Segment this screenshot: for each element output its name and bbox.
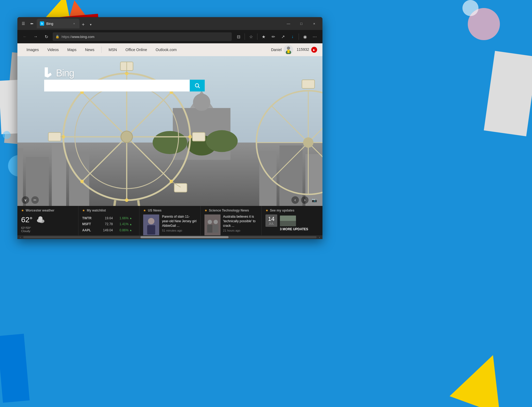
toolbar-separator-3 xyxy=(299,33,299,40)
close-btn[interactable]: × xyxy=(308,20,320,28)
hero-next-btn[interactable]: › xyxy=(301,196,309,204)
tab-dropdown-btn[interactable]: ▾ xyxy=(87,21,94,28)
minimize-btn[interactable]: — xyxy=(282,20,295,28)
stock-change-twtr: 1.66% ▲ xyxy=(119,216,135,220)
widget-weather-header: ★ Worcester weather xyxy=(21,209,74,212)
toolbar-separator-2 xyxy=(257,33,257,40)
svg-point-32 xyxy=(125,198,128,202)
scrollbar-thumb[interactable] xyxy=(140,236,229,238)
bing-points[interactable]: 115932 ▶ xyxy=(297,47,317,53)
maximize-btn[interactable]: □ xyxy=(295,20,307,28)
bg-shape-yellow-br xyxy=(450,346,518,407)
notes-btn[interactable]: ✏ xyxy=(269,32,278,41)
nav-separator xyxy=(101,47,102,53)
bg-circle-blue-small xyxy=(3,131,11,139)
back-btn-title[interactable]: ⬅ xyxy=(28,20,36,27)
weather-condition: Cloudy xyxy=(21,229,30,233)
tab-close-btn[interactable]: × xyxy=(72,21,76,26)
browser-tab[interactable]: b Bing × xyxy=(37,19,79,28)
widget-weather[interactable]: ★ Worcester weather 62° 63°/59° xyxy=(17,206,78,235)
bg-shape-white-right xyxy=(484,51,532,136)
widget-us-news[interactable]: ★ US News Paren xyxy=(139,206,200,235)
address-bar: ← → ↻ 🔒 https://www.bing.com ⊟ ☆ ★ ✏ ↗ ↓… xyxy=(17,30,322,43)
svg-rect-64 xyxy=(147,225,155,235)
sidebar-toggle-btn[interactable]: ☰ xyxy=(20,20,27,27)
svg-rect-8 xyxy=(193,94,210,111)
sci-content-row: Australia believes it is 'technically po… xyxy=(204,214,258,235)
stock-price-aapl: 149.04 xyxy=(100,228,113,232)
hero-edit-btn[interactable]: ✏ xyxy=(31,196,39,204)
scrollbar[interactable]: ‹ › xyxy=(17,235,322,239)
stock-arrow-msft: ▲ xyxy=(129,223,132,226)
url-text: https://www.bing.com xyxy=(62,35,94,39)
bing-search-btn[interactable] xyxy=(190,80,205,91)
nav-item-office[interactable]: Office Online xyxy=(122,43,151,56)
stock-change-aapl: 0.86% ▲ xyxy=(119,228,135,232)
stock-price-msft: 72.78 xyxy=(100,222,113,226)
download-btn[interactable]: ↓ xyxy=(288,32,297,41)
widget-sci-tech[interactable]: ★ Science Technology News xyxy=(201,206,262,235)
window-controls-right: — □ × xyxy=(282,20,320,28)
hero-prev-btn[interactable]: ‹ xyxy=(291,196,299,204)
widget-watchlist[interactable]: ★ My watchlist TWTR 19.64 1.66% ▲ MSFT 7… xyxy=(78,206,139,235)
share-btn[interactable]: ↗ xyxy=(278,32,287,41)
hero-camera-btn[interactable]: 📷 xyxy=(311,196,318,204)
tab-title: Bing xyxy=(46,22,53,26)
scrollbar-track[interactable] xyxy=(23,236,317,238)
cortana-btn[interactable]: ◉ xyxy=(301,32,310,41)
updates-month: JUL xyxy=(269,222,274,225)
refresh-btn[interactable]: ↻ xyxy=(42,32,51,41)
svg-point-61 xyxy=(39,219,44,223)
svg-rect-69 xyxy=(213,225,218,233)
nav-item-news[interactable]: News xyxy=(81,43,98,56)
hub-btn[interactable]: ★ xyxy=(259,32,268,41)
bing-search-container: Bing xyxy=(17,67,322,91)
stock-ticker-twtr: TWTR xyxy=(82,216,93,220)
svg-rect-68 xyxy=(207,225,212,233)
bing-search-input[interactable] xyxy=(44,80,190,91)
nav-item-images[interactable]: Images xyxy=(23,43,43,56)
scrollbar-left-arrow[interactable]: ‹ xyxy=(18,235,22,239)
news-text: Parents of slain 11-year-old New Jersey … xyxy=(162,214,196,235)
widget-updates-star: ★ xyxy=(265,209,268,212)
svg-rect-11 xyxy=(52,143,66,206)
title-bar: ☰ ⬅ b Bing × + ▾ — □ × xyxy=(17,17,322,30)
url-bar[interactable]: 🔒 https://www.bing.com xyxy=(53,32,232,41)
widget-watchlist-header: ★ My watchlist xyxy=(82,209,135,212)
url-https: https:// xyxy=(62,35,72,39)
back-btn[interactable]: ← xyxy=(21,32,29,41)
nav-item-outlook[interactable]: Outlook.com xyxy=(152,43,181,56)
new-tab-btn[interactable]: + xyxy=(79,21,87,28)
nav-item-videos[interactable]: Videos xyxy=(44,43,63,56)
widget-updates[interactable]: ★ See my updates 14 JUL xyxy=(262,206,322,235)
bing-user[interactable]: Daniel xyxy=(271,45,294,55)
svg-point-52 xyxy=(303,137,314,148)
forward-btn[interactable]: → xyxy=(31,32,40,41)
more-btn[interactable]: ⋯ xyxy=(310,32,319,41)
stock-row-aapl: AAPL 149.04 0.86% ▲ xyxy=(82,228,135,233)
stock-ticker-msft: MSFT xyxy=(82,222,93,226)
favorites-btn[interactable]: ☆ xyxy=(246,32,256,41)
news-thumbnail xyxy=(143,214,159,235)
widget-weather-star: ★ xyxy=(21,209,24,212)
reading-view-btn[interactable]: ⊟ xyxy=(234,32,243,41)
weather-temp: 62° xyxy=(21,216,32,224)
points-icon: ▶ xyxy=(311,47,317,53)
news-content-row: Parents of slain 11-year-old New Jersey … xyxy=(143,214,196,235)
svg-point-25 xyxy=(121,131,132,143)
updates-content-row: 14 JUL 3 MORE UPDATES xyxy=(265,214,319,232)
bing-hero: Bing ∨ ✏ ‹ › xyxy=(17,56,322,206)
nav-item-maps[interactable]: Maps xyxy=(63,43,80,56)
stock-ticker-aapl: AAPL xyxy=(82,228,93,232)
widget-news-star: ★ xyxy=(143,209,146,212)
hero-chevron-btn[interactable]: ∨ xyxy=(22,196,29,204)
stock-row-msft: MSFT 72.78 1.41% ▲ xyxy=(82,222,135,226)
sci-thumbnail xyxy=(204,214,221,235)
svg-point-67 xyxy=(214,220,218,224)
user-avatar xyxy=(284,45,293,55)
stock-arrow-aapl: ▲ xyxy=(129,229,132,232)
nav-item-msn[interactable]: MSN xyxy=(105,43,121,56)
scrollbar-right-arrow[interactable]: › xyxy=(318,235,321,239)
svg-rect-44 xyxy=(48,132,61,141)
widget-updates-header: ★ See my updates xyxy=(265,209,319,212)
